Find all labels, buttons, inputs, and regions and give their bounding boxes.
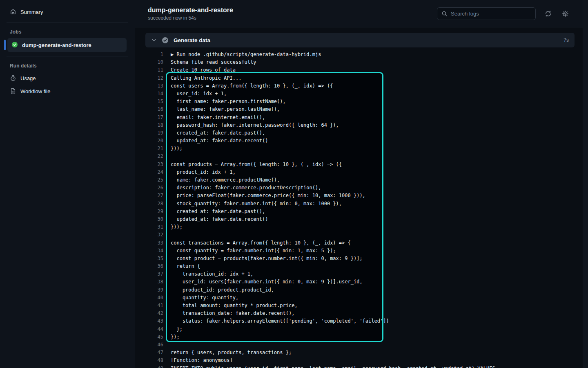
sidebar-item-workflow-file[interactable]: Workflow file (7, 85, 128, 97)
log-line-number[interactable]: 13 (145, 82, 163, 90)
log-line-number[interactable]: 44 (145, 325, 163, 333)
log-line-number[interactable]: 29 (145, 208, 163, 215)
log-line: 15 first_name: faker.person.firstName(), (145, 98, 575, 105)
gear-icon (562, 10, 569, 17)
refresh-button[interactable] (543, 9, 553, 18)
step-duration: 7s (564, 37, 569, 43)
log-line-number[interactable]: 27 (145, 192, 163, 200)
log-line-number[interactable]: 21 (145, 145, 163, 153)
log-line-number[interactable]: 26 (145, 184, 163, 192)
log-line-text: email: faker.internet.email(), (163, 114, 265, 121)
log-line-number[interactable]: 42 (145, 310, 163, 317)
search-input[interactable] (451, 11, 531, 17)
step-success-check-icon (162, 37, 169, 44)
log-line-number[interactable]: 41 (145, 302, 163, 310)
run-status-text: succeeded now in 54s (148, 15, 233, 21)
step-header-generate-data[interactable]: Generate data 7s (145, 33, 575, 47)
log-line-number[interactable]: 1 (145, 51, 163, 58)
log-line-number[interactable]: 32 (145, 231, 163, 239)
log-line-text: total_amount: quantity * product.price, (163, 302, 298, 310)
log-line-number[interactable]: 16 (145, 105, 163, 113)
log-line: 24 product_id: idx + 1, (145, 168, 575, 176)
log-line: 30 updated_at: faker.date.recent() (145, 215, 575, 223)
log-line-number[interactable]: 34 (145, 247, 163, 255)
sidebar-item-label: Workflow file (20, 88, 50, 94)
log-line-text: updated_at: faker.date.recent() (163, 137, 268, 145)
log-line-text: })); (163, 145, 183, 153)
log-line-text: product_id: idx + 1, (163, 168, 236, 176)
search-logs-box[interactable] (437, 7, 536, 20)
log-line-number[interactable]: 19 (145, 129, 163, 137)
log-line: 49INSERT INTO public.users (user_id, fir… (145, 365, 575, 368)
log-line-number[interactable]: 38 (145, 278, 163, 286)
log-line-number[interactable]: 11 (145, 66, 163, 74)
log-line-number[interactable]: 18 (145, 121, 163, 129)
settings-button[interactable] (560, 9, 570, 18)
log-line-number[interactable]: 24 (145, 168, 163, 176)
log-line-number[interactable]: 30 (145, 215, 163, 223)
log-line: 14 user_id: idx + 1, (145, 90, 575, 98)
log-line: 37 transaction_id: idx + 1, (145, 270, 575, 278)
log-line-number[interactable]: 33 (145, 239, 163, 247)
log-line-text: const products = Array.from({ length: 10… (163, 161, 342, 168)
log-line-number[interactable]: 23 (145, 161, 163, 168)
home-icon (10, 9, 16, 15)
sidebar-divider (7, 22, 128, 22)
log-line-text: last_name: faker.person.lastName(), (163, 105, 280, 113)
log-body: 1▶ Run node .github/scripts/generate-dat… (145, 47, 575, 368)
log-line-number[interactable]: 22 (145, 153, 163, 160)
log-line: 11Create 10 rows of data (145, 66, 575, 74)
sidebar-item-usage[interactable]: Usage (7, 72, 128, 84)
log-line-number[interactable]: 15 (145, 98, 163, 105)
log-line-text: stock_quantity: faker.number.int({ min: … (163, 200, 342, 208)
log-line-number[interactable]: 45 (145, 333, 163, 341)
log-line-number[interactable]: 20 (145, 137, 163, 145)
log-line-number[interactable]: 17 (145, 114, 163, 121)
log-line-text: Calling Anthropic API... (163, 74, 241, 82)
log-line-text: ▶ Run node .github/scripts/generate-data… (163, 51, 321, 58)
log-line-number[interactable]: 49 (145, 365, 163, 368)
log-line-number[interactable]: 37 (145, 270, 163, 278)
log-line-text: const transactions = Array.from({ length… (163, 239, 351, 247)
log-line-text: status: faker.helpers.arrayElement(['pen… (163, 317, 389, 325)
log-line: 1▶ Run node .github/scripts/generate-dat… (145, 51, 575, 58)
log-line: 27 price: parseFloat(faker.commerce.pric… (145, 192, 575, 200)
log-line: 35 const product = products[faker.number… (145, 255, 575, 263)
log-line-number[interactable]: 35 (145, 255, 163, 263)
log-line: 20 updated_at: faker.date.recent() (145, 137, 575, 145)
log-line-number[interactable]: 31 (145, 223, 163, 231)
log-line: 22 (145, 153, 575, 160)
log-line-text: [Function: anonymous] (163, 357, 233, 364)
stopwatch-icon (10, 75, 16, 81)
sidebar-item-job-dump-generate-and-restore[interactable]: dump-generate-and-restore (7, 38, 127, 52)
log-line-number[interactable]: 48 (145, 357, 163, 364)
log-line: 16 last_name: faker.person.lastName(), (145, 105, 575, 113)
log-line-text: const users = Array.from({ length: 10 },… (163, 82, 333, 90)
sidebar-divider (7, 56, 128, 56)
log-line-text: price: parseFloat(faker.commerce.price({… (163, 192, 365, 200)
log-line-number[interactable]: 46 (145, 341, 163, 349)
log-line-number[interactable]: 36 (145, 263, 163, 270)
log-line-text: description: faker.commerce.productDescr… (163, 184, 321, 192)
log-line: 36 return { (145, 263, 575, 270)
log-viewer: Generate data 7s 1▶ Run node .github/scr… (135, 27, 583, 368)
log-line-number[interactable]: 43 (145, 317, 163, 325)
log-line-number[interactable]: 12 (145, 74, 163, 82)
log-line-text: INSERT INTO public.users (user_id, first… (163, 365, 495, 368)
log-line-number[interactable]: 39 (145, 286, 163, 294)
log-line-text (163, 231, 171, 239)
log-line-number[interactable]: 47 (145, 349, 163, 357)
sidebar-item-summary[interactable]: Summary (7, 6, 128, 18)
selected-accent-bar (4, 40, 6, 50)
log-line: 46 (145, 341, 575, 349)
log-line-number[interactable]: 14 (145, 90, 163, 98)
log-line-number[interactable]: 40 (145, 294, 163, 302)
log-line: 13const users = Array.from({ length: 10 … (145, 82, 575, 90)
log-line-text: product_id: product.product_id, (163, 286, 274, 294)
log-line-number[interactable]: 28 (145, 200, 163, 208)
log-line: 41 total_amount: quantity * product.pric… (145, 302, 575, 310)
log-line-number[interactable]: 25 (145, 176, 163, 184)
log-line-number[interactable]: 10 (145, 58, 163, 66)
scrollbar[interactable] (583, 0, 588, 368)
log-line: 23const products = Array.from({ length: … (145, 161, 575, 168)
